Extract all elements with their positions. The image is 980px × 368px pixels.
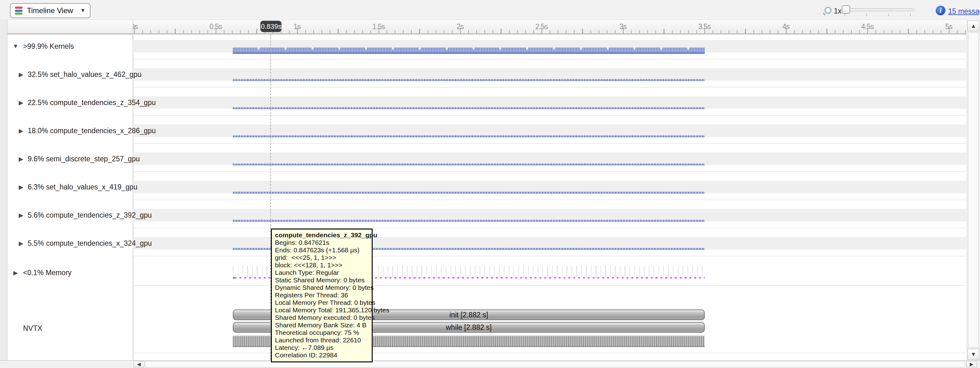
chevron-down-icon[interactable]: ▼ — [80, 8, 86, 14]
row-divider — [133, 285, 966, 286]
left-gutter — [0, 19, 8, 360]
horizontal-scrollbar-thumb[interactable] — [145, 361, 965, 367]
sidebar-item-label: 5.6% compute_tendencies_z_392_gpu — [28, 211, 152, 219]
row-band-kernel — [133, 237, 966, 250]
info-icon[interactable]: i — [936, 6, 945, 15]
sidebar-item-compute-tendencies-z-392[interactable]: ▶ 5.6% compute_tendencies_z_392_gpu — [13, 209, 131, 221]
tooltip-line: Local Memory Total: 191,365,120 bytes — [275, 306, 369, 314]
sidebar-item-set-halo-values-x[interactable]: ▶ 6.3% set_halo_values_x_419_gpu — [13, 181, 131, 193]
kernel-activity-bar[interactable] — [233, 79, 705, 81]
scroll-left-button[interactable]: ◀ — [134, 361, 144, 367]
toolbar: Timeline View ▼ 1x i 15 messages — [0, 0, 980, 19]
kernels-summary-baseline — [233, 53, 705, 54]
chevron-right-icon[interactable]: ▶ — [13, 269, 19, 277]
kernel-activity-bar[interactable] — [233, 107, 705, 109]
row-band-kernel — [133, 181, 966, 193]
view-selector-dropdown[interactable]: Timeline View ▼ — [10, 3, 91, 18]
tooltip-line: Registers Per Thread: 36 — [275, 291, 369, 299]
sidebar-item-label: 22.5% compute_tendencies_z_354_gpu — [28, 99, 156, 107]
sidebar-item-label: 6.3% set_halo_values_x_419_gpu — [28, 183, 138, 191]
kernel-activity-bar[interactable] — [233, 163, 705, 165]
sidebar-item-nvtx[interactable]: NVTX — [13, 322, 131, 334]
scroll-right-button[interactable]: ▶ — [966, 361, 977, 367]
row-divider — [133, 171, 966, 172]
row-divider — [133, 353, 966, 353]
tooltip-line: Correlation ID: 22984 — [275, 352, 369, 359]
kernel-activity-bar[interactable] — [233, 135, 705, 137]
sidebar-item-label: NVTX — [23, 324, 42, 333]
chevron-right-icon[interactable]: ▶ — [19, 127, 24, 134]
zoom-slider-handle[interactable] — [842, 5, 850, 14]
nvtx-range-init-label: init [2.882 s] — [449, 311, 488, 319]
tooltip-line: Ends: 0.847623s (+1.568 µs) — [275, 246, 369, 254]
row-divider — [133, 256, 966, 256]
sidebar-item-kernels[interactable]: ▼ >99.9% Kernels — [13, 40, 131, 53]
sidebar-item-compute-tendencies-x-324[interactable]: ▶ 5.5% compute_tendencies_x_324_gpu — [13, 237, 131, 250]
row-band-kernel — [133, 209, 966, 221]
vertical-scrollbar-thumb[interactable] — [968, 32, 979, 348]
sidebar-item-memory[interactable]: ▶ <0.1% Memory — [13, 266, 131, 279]
row-divider — [133, 115, 966, 116]
chevron-right-icon[interactable]: ▶ — [19, 212, 24, 219]
view-selector-label: Timeline View — [27, 6, 76, 15]
sidebar-item-label: >99.9% Kernels — [23, 42, 74, 51]
sidebar-item-compute-tendencies-x-286[interactable]: ▶ 18.0% compute_tendencies_x_286_gpu — [13, 125, 131, 137]
sidebar-item-set-halo-values-z[interactable]: ▶ 32.5% set_halo_values_z_462_gpu — [13, 68, 131, 81]
tooltip-line: Dynamic Shared Memory: 0 bytes — [275, 284, 369, 291]
chevron-down-icon[interactable]: ▼ — [13, 43, 19, 50]
tooltip-line: Shared Memory Bank Size: 4 B — [275, 322, 369, 329]
slider-tick — [910, 14, 911, 16]
chevron-right-icon[interactable]: ▶ — [19, 71, 24, 78]
zoom-level-label: 1x — [834, 7, 842, 15]
tooltip-line: Begins: 0.847621s — [275, 239, 369, 246]
messages-link[interactable]: 15 messages — [948, 7, 980, 16]
chevron-right-icon[interactable]: ▶ — [19, 155, 24, 163]
slider-tick — [866, 14, 867, 16]
timeline-view-icon — [15, 6, 22, 15]
row-divider — [133, 143, 966, 144]
tooltip-line: Local Memory Per Thread: 0 bytes — [275, 299, 369, 306]
sidebar-item-semi-discrete-step[interactable]: ▶ 9.6% semi_discrete_step_257_gpu — [13, 153, 131, 165]
tooltip-line: Shared Memory executed: 0 bytes — [275, 314, 369, 322]
row-divider — [133, 59, 966, 59]
row-band-kernel — [133, 68, 966, 81]
scroll-up-button[interactable]: ▲ — [967, 21, 979, 31]
tooltip-line: Theoretical occupancy: 75 % — [275, 329, 369, 336]
kernel-activity-bar[interactable] — [233, 220, 705, 222]
kernels-summary-bar-notches — [233, 48, 705, 50]
chevron-right-icon[interactable]: ▶ — [19, 184, 24, 191]
row-divider — [133, 227, 966, 228]
sidebar-item-label: 18.0% compute_tendencies_x_286_gpu — [28, 126, 156, 135]
row-band-kernel — [133, 125, 966, 137]
slider-tick — [888, 14, 889, 16]
memory-first-dash — [233, 277, 235, 278]
row-divider — [133, 87, 966, 88]
ruler-ticks-major — [134, 27, 966, 34]
cursor-time-badge: 0.839s — [260, 21, 282, 32]
sidebar-item-label: <0.1% Memory — [23, 269, 72, 277]
tooltip-line: Static Shared Memory: 0 bytes — [275, 277, 369, 284]
sidebar-item-label: 32.5% set_halo_values_z_462_gpu — [28, 70, 142, 79]
kernel-activity-bar[interactable] — [233, 192, 705, 194]
chevron-right-icon[interactable]: ▶ — [19, 240, 24, 247]
chevron-right-icon[interactable]: ▶ — [19, 99, 24, 106]
tooltip-line: Latency: ←7.089 µs — [275, 344, 369, 352]
row-band-kernel — [133, 96, 966, 109]
sidebar-item-compute-tendencies-z-354[interactable]: ▶ 22.5% compute_tendencies_z_354_gpu — [13, 96, 131, 109]
tooltip-line: Launch Type: Regular — [275, 269, 369, 277]
tooltip-line: grid: <<<25, 1, 1>>> — [275, 254, 369, 261]
kernel-tooltip: compute_tendencies_z_392_gpu Begins: 0.8… — [271, 229, 373, 362]
tooltip-line: block: <<<128, 1, 1>>> — [275, 261, 369, 269]
magnifier-icon — [824, 7, 831, 14]
sidebar-item-label: 9.6% semi_discrete_step_257_gpu — [28, 155, 140, 163]
scroll-down-button[interactable]: ▼ — [967, 349, 979, 360]
sidebar-item-label: 5.5% compute_tendencies_x_324_gpu — [28, 239, 152, 248]
tooltip-title: compute_tendencies_z_392_gpu — [275, 231, 369, 239]
row-divider — [133, 200, 966, 200]
tooltip-line: Launched from thread: 22610 — [275, 336, 369, 344]
slider-tick — [845, 14, 845, 16]
row-band-kernel — [133, 153, 966, 165]
zoom-slider-track[interactable] — [843, 8, 915, 11]
nvtx-range-while-label: while [2.882 s] — [446, 323, 492, 332]
